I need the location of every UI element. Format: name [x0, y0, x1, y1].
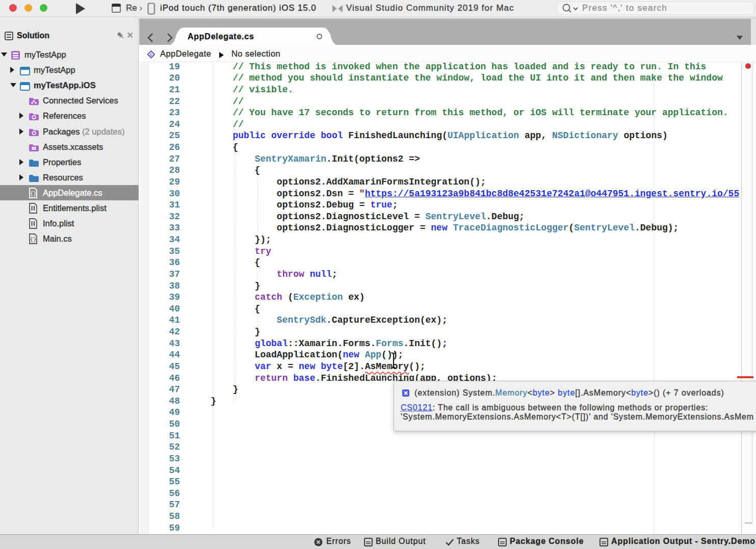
svg-text:C: C [150, 53, 153, 57]
svg-text:{}: {} [30, 237, 36, 243]
svg-text:{}: {} [30, 191, 36, 197]
